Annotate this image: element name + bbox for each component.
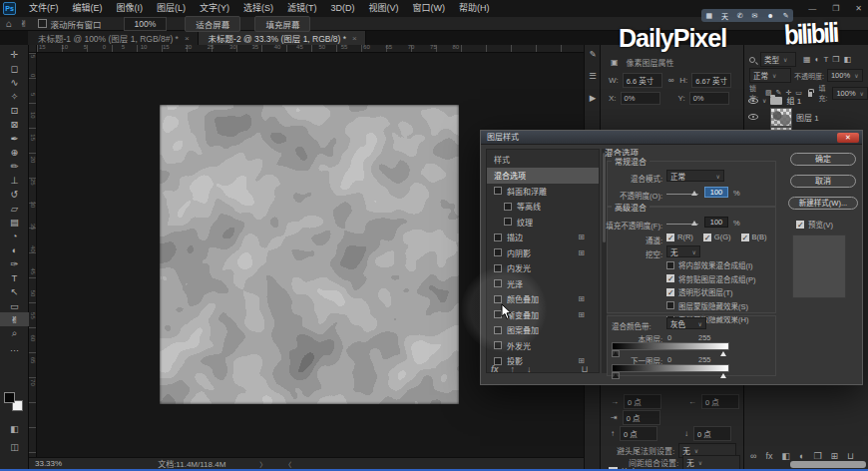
blend-option-row[interactable]: 将剪贴图层混合成组(P) bbox=[666, 273, 756, 284]
tool-button[interactable]: ✌ bbox=[0, 312, 29, 326]
style-row[interactable]: 斜面和浮雕 bbox=[487, 184, 599, 200]
next-layer-black-handle[interactable] bbox=[613, 373, 619, 378]
tool-button[interactable]: ⊠ bbox=[0, 117, 29, 131]
space-after-field[interactable]: 0 点 bbox=[693, 426, 731, 441]
cancel-button[interactable]: 取消 bbox=[790, 175, 856, 188]
layer-filter-icon[interactable]: ❒ bbox=[832, 55, 839, 64]
overlay-tool-icon[interactable]: ✆ bbox=[737, 12, 743, 20]
first-line-indent-field[interactable]: 0 点 bbox=[623, 410, 660, 425]
zoom-percent-field[interactable]: 100% bbox=[124, 17, 168, 31]
blend-option-row[interactable]: 将内部效果混合成组(I) bbox=[666, 259, 756, 270]
style-checkbox[interactable] bbox=[504, 203, 512, 211]
menu-item[interactable]: 3D(D) bbox=[324, 0, 362, 17]
move-effect-up-icon[interactable]: ↑ bbox=[511, 364, 516, 374]
style-checkbox[interactable] bbox=[494, 187, 502, 195]
tool-button[interactable]: … bbox=[0, 340, 29, 354]
style-checkbox[interactable] bbox=[494, 295, 502, 303]
tool-button[interactable]: ◻ bbox=[0, 61, 29, 75]
style-row[interactable]: 等高线 bbox=[487, 199, 599, 215]
style-row[interactable]: 颜色叠加 ⊞ bbox=[487, 291, 599, 307]
delete-effect-icon[interactable]: ⊔ bbox=[582, 364, 589, 374]
tool-button[interactable]: ⌕ bbox=[0, 326, 29, 340]
layers-toolbar-icon[interactable]: ◧ bbox=[781, 451, 790, 461]
screen-mode-icon[interactable]: ◫ bbox=[0, 440, 29, 454]
tool-button[interactable]: ✑ bbox=[0, 256, 29, 270]
menu-item[interactable]: 图像(I) bbox=[110, 0, 151, 17]
tool-button[interactable]: ⊡ bbox=[0, 103, 29, 117]
blend-option-checkbox[interactable] bbox=[666, 274, 674, 282]
blend-option-row[interactable]: 图层蒙版隐藏效果(S) bbox=[666, 300, 756, 311]
style-checkbox[interactable] bbox=[504, 218, 512, 226]
dialog-close-button[interactable]: ✕ bbox=[837, 133, 859, 143]
tool-button[interactable]: ↖ bbox=[0, 284, 29, 298]
channel-checkbox[interactable] bbox=[666, 234, 674, 241]
layer-thumbnail[interactable] bbox=[770, 108, 792, 127]
style-row[interactable]: 渐变叠加 ⊞ bbox=[487, 307, 599, 323]
menu-item[interactable]: 帮助(H) bbox=[452, 0, 497, 17]
layer-row[interactable]: 图层 1 bbox=[748, 105, 819, 129]
ok-button[interactable]: 确定 bbox=[790, 153, 856, 166]
style-row[interactable]: 混合选项 bbox=[487, 168, 599, 184]
style-row[interactable]: 描边 ⊞ bbox=[487, 230, 599, 245]
style-row[interactable]: 外发光 bbox=[487, 338, 599, 354]
layer-filter-icon[interactable]: T bbox=[823, 55, 828, 64]
channel-option[interactable]: R(R) bbox=[666, 233, 693, 241]
style-checkbox[interactable] bbox=[494, 326, 502, 334]
canvas-image[interactable] bbox=[160, 105, 459, 404]
blend-mode-select[interactable]: 正常 bbox=[666, 170, 724, 182]
layer-filter-icon[interactable]: ◧ bbox=[843, 55, 851, 64]
preview-option[interactable]: 预览(V) bbox=[796, 219, 833, 230]
dock-panel-icon[interactable]: ☰ bbox=[585, 68, 601, 84]
tool-button[interactable]: ▤ bbox=[0, 215, 29, 229]
fill-opacity-value-field[interactable]: 100 bbox=[704, 217, 728, 228]
style-checkbox[interactable] bbox=[494, 234, 502, 241]
space-before-field[interactable]: 0 点 bbox=[620, 426, 657, 441]
knockout-select[interactable]: 无 bbox=[666, 245, 700, 257]
channel-option[interactable]: G(G) bbox=[703, 233, 731, 241]
menu-item[interactable]: 图层(L) bbox=[150, 0, 193, 17]
overlay-tool-icon[interactable]: ☻ bbox=[766, 12, 773, 19]
tool-button[interactable]: ✒ bbox=[0, 131, 29, 145]
tool-button[interactable]: ✏ bbox=[0, 159, 29, 173]
layers-toolbar-icon[interactable]: ∞ bbox=[750, 451, 756, 461]
style-row[interactable]: 图案叠加 bbox=[487, 322, 599, 338]
fit-screen-button[interactable]: 适合屏幕 bbox=[185, 16, 240, 32]
menu-item[interactable]: 文字(Y) bbox=[193, 0, 236, 17]
overlay-tool-icon[interactable]: ✎ bbox=[783, 12, 789, 20]
tool-button[interactable]: ▭ bbox=[0, 298, 29, 312]
add-effect-icon[interactable]: ⊞ bbox=[578, 248, 585, 257]
fill-opacity-slider-thumb[interactable] bbox=[691, 221, 697, 226]
indent-right-field[interactable]: 0 点 bbox=[701, 394, 739, 409]
dock-panel-icon[interactable]: ▶ bbox=[585, 90, 601, 106]
scroll-all-windows-option[interactable]: 滚动所有窗口 bbox=[38, 18, 102, 30]
layers-toolbar-icon[interactable]: ⊔ bbox=[847, 451, 854, 461]
add-effect-icon[interactable]: ⊞ bbox=[578, 310, 585, 319]
indent-left-field[interactable]: 0 点 bbox=[624, 394, 661, 409]
color-swatches[interactable] bbox=[4, 392, 24, 412]
opacity-select[interactable]: 100% bbox=[827, 69, 863, 82]
blend-option-checkbox[interactable] bbox=[666, 288, 674, 296]
scroll-all-windows-checkbox[interactable] bbox=[38, 19, 47, 28]
expand-group-icon[interactable]: ∨ bbox=[762, 97, 766, 104]
style-row[interactable]: 内发光 bbox=[487, 260, 599, 276]
width-field[interactable]: 6.6 英寸 bbox=[623, 73, 662, 88]
blend-option-checkbox[interactable] bbox=[666, 301, 674, 309]
tool-button[interactable]: ⊕ bbox=[0, 145, 29, 159]
dock-panel-icon[interactable]: ✎ bbox=[585, 46, 601, 62]
style-checkbox[interactable] bbox=[494, 264, 502, 272]
tool-button[interactable]: T bbox=[0, 270, 29, 284]
quick-mask-icon[interactable]: ◧ bbox=[0, 422, 29, 436]
tool-button[interactable]: ◐ bbox=[0, 242, 29, 256]
document-tab[interactable]: 未标题-1 @ 100% (图层 1, RGB/8#) * × bbox=[28, 31, 199, 45]
tab-close-icon[interactable]: × bbox=[185, 34, 190, 43]
style-checkbox[interactable] bbox=[494, 279, 502, 287]
link-dimensions-icon[interactable]: ∞ bbox=[668, 76, 674, 85]
x-field[interactable]: 0% bbox=[621, 92, 660, 105]
blend-option-row[interactable]: 透明形状图层(T) bbox=[666, 286, 756, 297]
menu-item[interactable]: 选择(S) bbox=[236, 0, 280, 17]
opacity-slider-thumb[interactable] bbox=[691, 191, 697, 196]
home-icon[interactable]: ⌂ bbox=[6, 18, 12, 29]
menu-item[interactable]: 滤镜(T) bbox=[280, 0, 324, 17]
tool-button[interactable]: ↺ bbox=[0, 187, 29, 201]
foreground-color-swatch[interactable] bbox=[4, 392, 15, 403]
